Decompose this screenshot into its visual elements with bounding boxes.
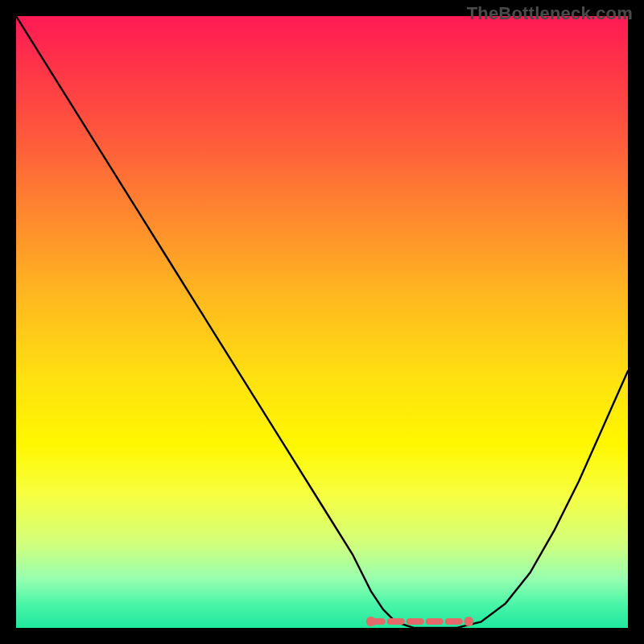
watermark-text: TheBottleneck.com — [467, 3, 633, 24]
plot-area — [16, 16, 628, 628]
chart-frame: TheBottleneck.com — [0, 0, 644, 644]
bottleneck-curve-svg — [16, 16, 628, 628]
bottleneck-curve — [16, 16, 628, 628]
optimal-end-dot — [464, 617, 473, 626]
optimal-start-dot — [366, 617, 376, 626]
